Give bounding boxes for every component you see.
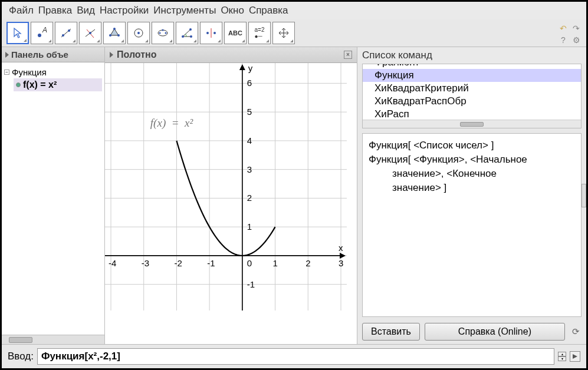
- tree-root-function[interactable]: − Функция: [4, 66, 102, 78]
- svg-text:-3: -3: [142, 258, 149, 268]
- tool-ellipse[interactable]: [152, 22, 174, 44]
- algebra-panel-header[interactable]: Панель объе: [2, 47, 104, 62]
- tool-slider[interactable]: a=2●─: [248, 22, 271, 44]
- svg-text:y: y: [248, 63, 253, 73]
- history-spinner[interactable]: ▴▾: [558, 352, 566, 361]
- tool-reflect[interactable]: [200, 22, 222, 44]
- collapse-box-icon: −: [4, 70, 9, 75]
- object-tree: − Функция f(x) = x²: [2, 62, 104, 335]
- syntax-line: значение> ]: [369, 181, 575, 195]
- tool-move[interactable]: [6, 22, 29, 44]
- svg-text:2: 2: [306, 258, 310, 268]
- resize-handle[interactable]: [582, 184, 586, 207]
- syntax-line: Функция[ <Список чисел> ]: [369, 138, 575, 153]
- svg-point-19: [189, 28, 192, 31]
- svg-text:4: 4: [247, 136, 252, 146]
- angle-icon: [181, 27, 193, 39]
- collapse-icon[interactable]: [110, 52, 113, 58]
- perpendicular-icon: [84, 27, 96, 39]
- svg-text:2: 2: [247, 193, 252, 203]
- menu-file[interactable]: Файл: [8, 4, 35, 17]
- help-online-button[interactable]: Справка (Online): [425, 323, 565, 341]
- svg-point-3: [62, 34, 64, 37]
- tool-move-view[interactable]: [272, 22, 295, 44]
- svg-point-18: [182, 35, 184, 38]
- syntax-box: Функция[ <Список чисел> ] Функция[ <Функ…: [362, 133, 582, 317]
- svg-point-20: [190, 35, 192, 38]
- menu-settings[interactable]: Настройки: [98, 4, 150, 17]
- svg-text:-1: -1: [207, 258, 215, 268]
- tree-root-label: Функция: [12, 67, 47, 77]
- line-icon: [60, 27, 72, 39]
- toolbar-right: ↶ ↷ ? ⚙: [558, 23, 582, 45]
- svg-text:x: x: [339, 243, 343, 253]
- play-icon: [572, 354, 578, 359]
- tree-item-fx[interactable]: f(x) = x²: [14, 78, 102, 91]
- cmd-scrollbar[interactable]: [363, 120, 581, 128]
- command-list[interactable]: ФрагментФункцияХиКвадратКритерийХиКвадра…: [362, 64, 582, 128]
- insert-button[interactable]: Вставить: [362, 323, 420, 341]
- svg-text:1: 1: [273, 258, 278, 268]
- svg-text:-1: -1: [247, 279, 255, 289]
- polygon-icon: [109, 27, 120, 39]
- coordinate-plane: -4-3-2-1123-11234560xyf(x) = x²: [105, 63, 347, 310]
- syntax-line: значение>, <Конечное: [369, 167, 575, 181]
- tool-polygon[interactable]: [103, 22, 126, 44]
- command-item[interactable]: ХиКвадратРаспОбр: [363, 95, 581, 108]
- tool-point[interactable]: A: [31, 22, 53, 44]
- menu-tools[interactable]: Инструменты: [152, 4, 217, 17]
- svg-point-17: [162, 29, 164, 31]
- menu-window[interactable]: Окно: [219, 4, 245, 17]
- svg-point-22: [206, 32, 209, 34]
- main-area: Панель объе − Функция f(x) = x² Полотно: [2, 47, 586, 344]
- graphics-canvas[interactable]: -4-3-2-1123-11234560xyf(x) = x²: [105, 63, 357, 344]
- algebra-scrollbar[interactable]: [2, 335, 104, 344]
- tool-circle[interactable]: [127, 22, 150, 44]
- app-window: Файл Правка Вид Настройки Инструменты Ок…: [0, 0, 588, 370]
- svg-point-7: [89, 32, 91, 34]
- command-item[interactable]: ХиКвадратКритерий: [363, 82, 581, 95]
- command-item[interactable]: ХиРасп: [363, 108, 581, 121]
- tool-text[interactable]: ABC: [224, 22, 247, 44]
- svg-text:-2: -2: [174, 258, 182, 268]
- input-label: Ввод:: [8, 351, 34, 362]
- command-item[interactable]: Фрагмент: [363, 64, 581, 69]
- svg-marker-43: [239, 64, 245, 70]
- menu-help[interactable]: Справка: [248, 4, 290, 17]
- reflect-icon: [205, 27, 217, 39]
- close-panel-button[interactable]: ×: [344, 51, 352, 59]
- menubar: Файл Правка Вид Настройки Инструменты Ок…: [2, 2, 586, 19]
- commands-panel: Список команд ФрагментФункцияХиКвадратКр…: [357, 47, 586, 344]
- execute-button[interactable]: [570, 351, 580, 362]
- refresh-icon[interactable]: ⟳: [570, 326, 582, 338]
- graphics-panel: Полотно × -4-3-2-1123-11234560xyf(x) = x…: [105, 47, 357, 344]
- tool-angle[interactable]: [176, 22, 198, 44]
- visibility-dot-icon: [16, 82, 21, 87]
- syntax-line: Функция[ <Функция>, <Начальное: [369, 153, 575, 167]
- graphics-header: Полотно ×: [105, 47, 357, 63]
- command-input[interactable]: [37, 348, 554, 365]
- circle-icon: [133, 27, 144, 39]
- settings-icon[interactable]: ⚙: [571, 35, 582, 45]
- cursor-icon: [12, 27, 24, 39]
- menu-edit[interactable]: Правка: [37, 4, 73, 17]
- help-icon[interactable]: ?: [558, 35, 569, 45]
- svg-text:1: 1: [247, 222, 252, 232]
- toolbar: A ABC: [2, 19, 586, 47]
- redo-icon[interactable]: ↷: [571, 23, 582, 34]
- svg-text:3: 3: [247, 164, 252, 174]
- point-icon: A: [36, 27, 48, 39]
- undo-icon[interactable]: ↶: [558, 23, 569, 34]
- command-item[interactable]: Функция: [363, 69, 581, 82]
- algebra-panel: Панель объе − Функция f(x) = x²: [2, 47, 105, 344]
- menu-view[interactable]: Вид: [75, 4, 96, 17]
- commands-title: Список команд: [357, 47, 586, 64]
- svg-text:-4: -4: [109, 258, 116, 268]
- input-bar: Ввод: ▴▾: [2, 344, 586, 368]
- svg-marker-62: [573, 354, 577, 359]
- tool-line[interactable]: [55, 22, 77, 44]
- svg-point-23: [213, 32, 216, 34]
- tool-perpendicular[interactable]: [79, 22, 101, 44]
- tree-item-label: f(x) = x²: [23, 80, 57, 90]
- graphics-title: Полотно: [117, 49, 156, 60]
